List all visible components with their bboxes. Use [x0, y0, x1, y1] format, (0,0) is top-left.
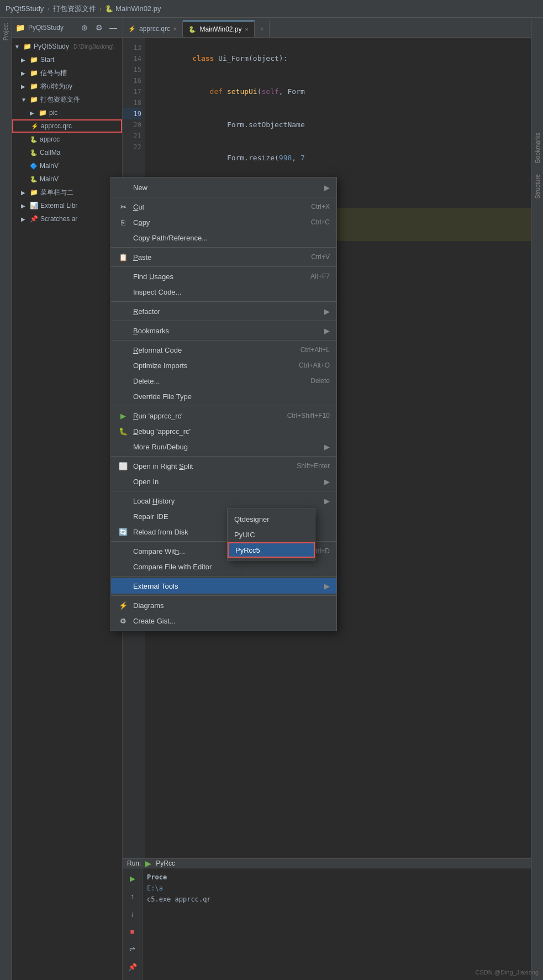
menu-item-delete[interactable]: Delete... Delete [111, 373, 336, 389]
run-output-path: E:\a [147, 883, 526, 894]
menu-item-optimize[interactable]: Optimize Imports Ctrl+Alt+O [111, 358, 336, 373]
menu-item-create-gist[interactable]: ⚙ Create Gist... [111, 613, 336, 628]
py-icon2: 🐍 [30, 149, 38, 156]
tab-mainwin02-py[interactable]: 🐍 MainWin02.py × [183, 20, 254, 37]
menu-item-external-tools[interactable]: External Tools ▶ [111, 578, 336, 594]
menu-item-override-file-type[interactable]: Override File Type [111, 389, 336, 404]
tree-item-apprcc-qrc[interactable]: ⚡ apprcc.qrc [12, 119, 122, 133]
run-toolbar: Run: ▶ PyRcc [123, 859, 531, 868]
tree-item-menu[interactable]: ▶ 📁 菜单栏与二 [12, 186, 122, 199]
run-pin-btn[interactable]: 📌 [126, 960, 139, 973]
left-sidebar-strip: Project [0, 18, 12, 980]
tree-label-apprcc: apprcc [40, 135, 60, 143]
menu-label-external-tools: External Tools [133, 582, 178, 590]
menu-label-delete: Delete... [133, 377, 160, 385]
context-menu: New ▶ ✂ Cut Ctrl+X ⎘ Copy Ctrl+C Copy Pa… [110, 177, 337, 631]
menu-label-open-in: Open In [133, 478, 159, 486]
breadcrumb-folder[interactable]: 打包资源文件 [53, 4, 96, 14]
panel-toolbar: 📁 PyQt5Study ⊕ ⚙ — [12, 18, 122, 38]
tree-item-mainv2[interactable]: 🐍 MainV [12, 172, 122, 186]
root-label: PyQt5Study [34, 43, 69, 50]
run-down-btn[interactable]: ↓ [126, 907, 139, 920]
tree-item-ui2py[interactable]: ▶ 📁 将ui转为py [12, 80, 122, 93]
menu-label-inspect: Inspect Code... [133, 288, 181, 296]
root-chevron: ▼ [14, 44, 21, 50]
menu-item-cut[interactable]: ✂ Cut Ctrl+X [111, 199, 336, 214]
breadcrumb-bar: PyQt5Study › 打包资源文件 › 🐍 MainWin02.py [0, 0, 543, 18]
tree-label-package: 打包资源文件 [40, 95, 80, 104]
run-stop-btn[interactable]: ■ [126, 925, 139, 938]
tree-item-pic[interactable]: ▶ 📁 pic [12, 106, 122, 119]
tree-item-package[interactable]: ▼ 📁 打包资源文件 [12, 93, 122, 106]
run-up-btn[interactable]: ↑ [126, 889, 139, 903]
toolbar-settings-btn[interactable]: ⚙ [93, 22, 104, 33]
run-output-process: Proce [147, 872, 526, 883]
bookmarks-tab[interactable]: Bookmarks [533, 128, 542, 167]
tab-close-qrc[interactable]: × [173, 25, 177, 32]
menu-label-create-gist: Create Gist... [133, 617, 176, 625]
tree-item-signals[interactable]: ▶ 📁 信号与槽 [12, 66, 122, 80]
menu-sep-4 [111, 301, 336, 302]
tree-label-ext-lib: External Libr [40, 202, 77, 209]
pyuic-label: PyUIC [234, 531, 255, 539]
run-play-icon: ▶ [145, 859, 151, 868]
reload-icon: 🔄 [118, 528, 129, 536]
toolbar-add-btn[interactable]: ⊕ [79, 22, 90, 33]
menu-item-local-history[interactable]: Local History ▶ [111, 493, 336, 509]
submenu-item-qtdesigner[interactable]: Qtdesigner [228, 511, 315, 527]
submenu-item-pyrcc5[interactable]: PyRcc5 [228, 542, 315, 558]
menu-item-reformat[interactable]: Reformat Code Ctrl+Alt+L [111, 342, 336, 358]
run-label: Run: [127, 860, 141, 867]
menu-item-open-right[interactable]: ⬜ Open in Right Split Shift+Enter [111, 458, 336, 474]
menu-item-paste[interactable]: 📋 Paste Ctrl+V [111, 249, 336, 265]
tree-item-apprcc[interactable]: 🐍 apprcc [12, 133, 122, 146]
run-print-btn[interactable]: 🖨 [126, 978, 139, 980]
menu-item-more-run[interactable]: More Run/Debug ▶ [111, 439, 336, 454]
tab-icon-py: 🐍 [188, 26, 196, 33]
menu-item-diagrams[interactable]: ⚡ Diagrams [111, 598, 336, 613]
menu-item-debug[interactable]: 🐛 Debug 'apprcc_rc' [111, 423, 336, 439]
run-panel: Run: ▶ PyRcc ▶ ↑ ↓ ■ ⇌ 📌 🖨 🗑 Proce [123, 858, 531, 980]
tab-close-py[interactable]: × [245, 26, 249, 33]
tree-item-ext-lib[interactable]: ▶ 📊 External Libr [12, 199, 122, 212]
tree-root[interactable]: ▼ 📁 PyQt5Study D:\DingJiaxiong\ [12, 40, 122, 53]
menu-sep-8 [111, 456, 336, 457]
menu-item-refactor[interactable]: Refactor ▶ [111, 303, 336, 319]
submenu-item-pyuic[interactable]: PyUIC [228, 527, 315, 542]
tree-label-signals: 信号与槽 [40, 69, 67, 78]
py-icon: 🐍 [30, 136, 38, 143]
tree-item-scratches[interactable]: ▶ 📌 Scratches ar [12, 212, 122, 226]
menu-item-open-in[interactable]: Open In ▶ [111, 474, 336, 489]
root-folder-icon: 📁 [23, 43, 31, 50]
structure-tab[interactable]: Structure [533, 170, 542, 203]
menu-label-diagrams: Diagrams [133, 601, 164, 610]
run-wrap-btn[interactable]: ⇌ [126, 942, 139, 956]
menu-item-compare-file[interactable]: Compare File with Editor [111, 559, 336, 574]
diagrams-icon: ⚡ [118, 601, 129, 610]
menu-sep-5 [111, 321, 336, 321]
menu-item-new[interactable]: New ▶ [111, 180, 336, 195]
debug-icon: 🐛 [118, 427, 129, 436]
menu-item-find-usages[interactable]: Find Usages Alt+F7 [111, 269, 336, 284]
toolbar-collapse-btn[interactable]: — [108, 22, 119, 33]
menu-label-new: New [133, 184, 147, 192]
breadcrumb-file[interactable]: 🐍 MainWin02.py [105, 4, 161, 13]
menu-item-bookmarks[interactable]: Bookmarks ▶ [111, 323, 336, 338]
tab-apprcc-qrc[interactable]: ⚡ apprcc.qrc × [123, 20, 183, 37]
menu-item-copy[interactable]: ⎘ Copy Ctrl+C [111, 214, 336, 230]
menu-item-copy-path[interactable]: Copy Path/Reference... [111, 230, 336, 245]
run-play-btn[interactable]: ▶ [126, 872, 139, 885]
run-process-label: PyRcc [156, 860, 175, 867]
menu-item-run[interactable]: ▶ Run 'apprcc_rc' Ctrl+Shift+F10 [111, 408, 336, 423]
tree-item-mainv1[interactable]: 🔷 MainV [12, 159, 122, 172]
pyrcc5-label: PyRcc5 [235, 546, 260, 554]
tab-extra[interactable]: + [255, 20, 270, 37]
tree-item-start[interactable]: ▶ 📁 Start [12, 53, 122, 66]
tree-item-callma[interactable]: 🐍 CallMa [12, 146, 122, 159]
code-line-15: def setupUi(self, Form [149, 75, 531, 108]
breadcrumb-project[interactable]: PyQt5Study [6, 4, 44, 13]
project-tab-label[interactable]: Project [3, 23, 9, 40]
editor-tabs: ⚡ apprcc.qrc × 🐍 MainWin02.py × + [123, 18, 531, 38]
tree-label-mainv2: MainV [40, 175, 59, 183]
menu-item-inspect-code[interactable]: Inspect Code... [111, 284, 336, 300]
